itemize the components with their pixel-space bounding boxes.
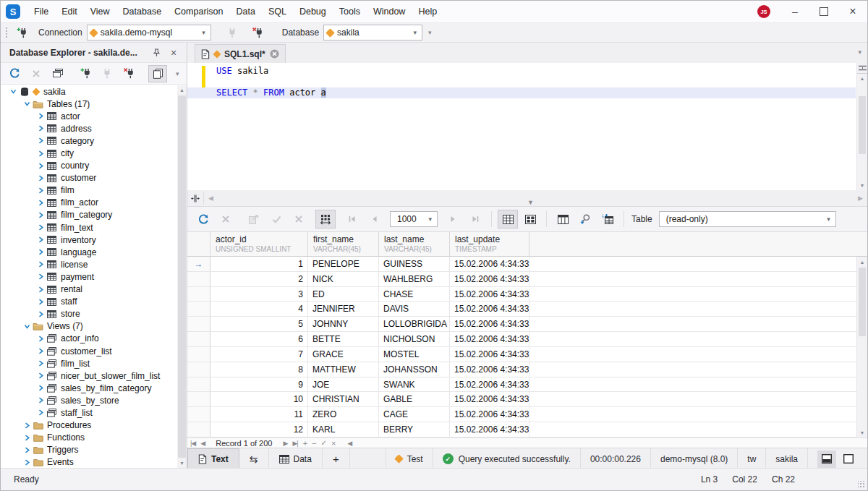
- menu-item-comparison[interactable]: Comparison: [168, 1, 229, 22]
- next-record-button[interactable]: ▶: [283, 440, 287, 447]
- auto-refresh-button[interactable]: [597, 210, 618, 229]
- column-visibility-button[interactable]: [553, 210, 573, 229]
- chevron-right-icon[interactable]: [35, 360, 46, 367]
- chevron-right-icon[interactable]: [35, 137, 46, 144]
- chevron-right-icon[interactable]: [35, 372, 46, 379]
- tab-text[interactable]: Text: [187, 448, 239, 469]
- chevron-right-icon[interactable]: [35, 348, 46, 354]
- explorer-scrollbar[interactable]: ▲ ▼: [177, 85, 187, 468]
- connection-combo[interactable]: sakila.demo-mysql ▾: [87, 25, 211, 40]
- chevron-right-icon[interactable]: [35, 150, 46, 157]
- menu-item-sql[interactable]: SQL: [262, 1, 293, 22]
- split-layout-button[interactable]: [817, 451, 836, 468]
- scroll-down-icon[interactable]: ▼: [177, 458, 187, 468]
- chevron-down-icon[interactable]: [8, 88, 18, 95]
- cell-last_name[interactable]: DAVIS: [379, 302, 450, 316]
- cell-last_name[interactable]: WAHLBERG: [379, 272, 450, 286]
- new-connection-button[interactable]: [12, 24, 31, 41]
- scroll-up-icon[interactable]: ▲: [857, 74, 867, 83]
- chevron-right-icon[interactable]: [35, 113, 46, 119]
- chevron-right-icon[interactable]: [35, 299, 46, 305]
- resize-grip[interactable]: [858, 481, 865, 488]
- grid-scrollbar[interactable]: ▲ ▼: [856, 257, 867, 437]
- cell-last_update[interactable]: 15.02.2006 4:34:33: [450, 332, 529, 346]
- editor-line[interactable]: USE sakila: [187, 66, 856, 77]
- chevron-right-icon[interactable]: [35, 273, 46, 280]
- post-edit-button[interactable]: ✓: [321, 439, 326, 447]
- tree-item-nicer-but-slower-film-list[interactable]: nicer_but_slower_film_list: [1, 370, 177, 382]
- refresh-button[interactable]: [193, 210, 213, 229]
- chevron-right-icon[interactable]: [22, 447, 32, 453]
- tree-item-events[interactable]: Events: [1, 456, 177, 468]
- cell-first_name[interactable]: PENELOPE: [308, 257, 379, 271]
- scroll-down-icon[interactable]: ▼: [857, 181, 867, 190]
- table-row[interactable]: 6BETTENICHOLSON15.02.2006 4:34:33: [187, 332, 856, 347]
- chevron-right-icon[interactable]: [35, 175, 46, 182]
- tree-item-customer-list[interactable]: customer_list: [1, 345, 177, 357]
- column-header-actor_id[interactable]: actor_idUNSIGNED SMALLINT: [210, 232, 308, 256]
- column-header-last_name[interactable]: last_nameVARCHAR(45): [379, 232, 450, 256]
- chevron-right-icon[interactable]: [35, 261, 46, 268]
- add-result-tab-button[interactable]: +: [323, 448, 350, 469]
- split-editor-handle[interactable]: [857, 63, 867, 74]
- cancel-edit-button[interactable]: ×: [331, 439, 335, 448]
- append-record-button[interactable]: +: [303, 439, 307, 448]
- editor-line[interactable]: [187, 77, 856, 87]
- tree-item-license[interactable]: license: [1, 258, 177, 270]
- tab-overflow-button[interactable]: ▾: [858, 48, 861, 56]
- cell-actor_id[interactable]: 12: [210, 422, 308, 437]
- cell-last_name[interactable]: NICHOLSON: [379, 332, 450, 346]
- column-header-last_update[interactable]: last_updateTIMESTAMP: [450, 232, 529, 256]
- cell-first_name[interactable]: JOE: [308, 377, 379, 392]
- table-row[interactable]: 3EDCHASE15.02.2006 4:34:33: [187, 287, 856, 302]
- chevron-right-icon[interactable]: [35, 249, 46, 255]
- cell-actor_id[interactable]: 6: [210, 332, 308, 346]
- chevron-right-icon[interactable]: [35, 200, 46, 206]
- tree-item-sakila[interactable]: sakila: [1, 85, 177, 98]
- cell-last_name[interactable]: SWANK: [379, 377, 450, 392]
- scrollbar-thumb[interactable]: [178, 95, 186, 458]
- tree-item-address[interactable]: address: [1, 122, 177, 135]
- menu-item-view[interactable]: View: [84, 1, 116, 22]
- next-page-button[interactable]: [443, 210, 463, 229]
- user-name[interactable]: tw: [737, 448, 765, 469]
- cell-first_name[interactable]: GRACE: [308, 347, 379, 362]
- table-row[interactable]: 5JOHNNYLOLLOBRIGIDA15.02.2006 4:34:33: [187, 317, 856, 332]
- menu-item-database[interactable]: Database: [116, 1, 169, 22]
- column-header-first_name[interactable]: first_nameVARCHAR(45): [308, 232, 379, 256]
- last-record-button[interactable]: ▶|: [292, 440, 297, 447]
- maximize-button[interactable]: [809, 1, 838, 22]
- cell-last_update[interactable]: 15.02.2006 4:34:33: [450, 257, 529, 271]
- editor-scrollbar[interactable]: ▲ ▼: [856, 63, 867, 190]
- cell-last_name[interactable]: LOLLOBRIGIDA: [379, 317, 450, 331]
- splitter-collapse-button[interactable]: ▼: [527, 199, 534, 206]
- cell-actor_id[interactable]: 1: [210, 257, 308, 271]
- cell-first_name[interactable]: JENNIFER: [308, 302, 379, 316]
- cell-first_name[interactable]: KARL: [308, 422, 379, 437]
- table-row[interactable]: 10CHRISTIANGABLE15.02.2006 4:34:33: [187, 392, 856, 407]
- tree-item-tables-17[interactable]: Tables (17): [1, 98, 177, 110]
- tree-item-actor[interactable]: actor: [1, 110, 177, 122]
- menu-item-data[interactable]: Data: [229, 1, 261, 22]
- table-row[interactable]: →1PENELOPEGUINESS15.02.2006 4:34:33: [187, 257, 856, 272]
- page-size-combo[interactable]: 1000 ▾: [390, 211, 438, 227]
- cancel-changes-button[interactable]: [289, 210, 309, 229]
- scrollbar-thumb[interactable]: [859, 96, 866, 154]
- first-record-button[interactable]: |◀: [190, 440, 195, 447]
- chevron-right-icon[interactable]: [35, 212, 46, 218]
- test-connection-button[interactable]: Test: [386, 448, 433, 469]
- chevron-right-icon[interactable]: [35, 286, 46, 293]
- table-row[interactable]: 8MATTHEWJOHANSSON15.02.2006 4:34:33: [187, 362, 856, 377]
- editor-line[interactable]: SELECT * FROM actor a: [187, 87, 856, 98]
- cell-actor_id[interactable]: 7: [210, 347, 308, 362]
- toolbar-overflow-button[interactable]: ▾: [422, 29, 438, 36]
- tree-item-category[interactable]: category: [1, 135, 177, 147]
- last-page-button[interactable]: [465, 210, 485, 229]
- scroll-up-icon[interactable]: ▲: [857, 257, 867, 267]
- chevron-right-icon[interactable]: [22, 435, 32, 441]
- cell-last_name[interactable]: CAGE: [379, 407, 450, 422]
- full-layout-button[interactable]: [839, 451, 858, 468]
- export-data-button[interactable]: [244, 210, 264, 229]
- cascade-windows-button[interactable]: [48, 65, 67, 82]
- cell-last_update[interactable]: 15.02.2006 4:34:33: [450, 422, 529, 437]
